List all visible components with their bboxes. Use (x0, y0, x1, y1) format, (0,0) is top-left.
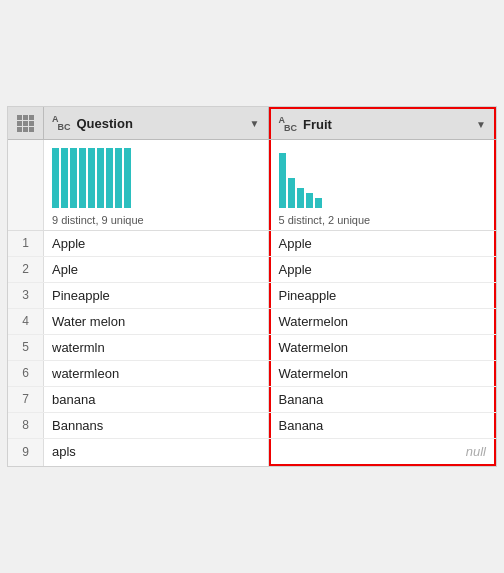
bar (88, 148, 95, 208)
cell-question: watermleon (44, 361, 269, 386)
row-number: 6 (8, 361, 44, 386)
row-number: 7 (8, 387, 44, 412)
bar (61, 148, 68, 208)
data-table: ABC Question ▼ ABC Fruit ▼ (7, 106, 497, 467)
header-row: ABC Question ▼ ABC Fruit ▼ (8, 107, 496, 140)
cell-question: Water melon (44, 309, 269, 334)
cell-question: watermln (44, 335, 269, 360)
histogram-row: 9 distinct, 9 unique 5 distinct, 2 uniqu… (8, 140, 496, 231)
cell-fruit: Pineapple (269, 283, 497, 308)
bar (97, 148, 104, 208)
table-row: 4 Water melon Watermelon (8, 309, 496, 335)
table-row: 9 apls null (8, 439, 496, 466)
cell-fruit: Apple (269, 231, 497, 256)
cell-fruit: Watermelon (269, 361, 497, 386)
bar (315, 198, 322, 208)
bars-question (52, 148, 131, 208)
col-header-fruit[interactable]: ABC Fruit ▼ (269, 107, 497, 139)
table-row: 1 Apple Apple (8, 231, 496, 257)
bars-fruit (279, 148, 322, 208)
row-number: 4 (8, 309, 44, 334)
cell-question: Pineapple (44, 283, 269, 308)
bar (306, 193, 313, 208)
table-row: 3 Pineapple Pineapple (8, 283, 496, 309)
col-header-question[interactable]: ABC Question ▼ (44, 107, 269, 139)
histogram-fruit: 5 distinct, 2 unique (269, 140, 497, 230)
row-number: 8 (8, 413, 44, 438)
cell-fruit: Watermelon (269, 335, 497, 360)
data-rows: 1 Apple Apple 2 Aple Apple 3 Pineapple P… (8, 231, 496, 466)
cell-question: Apple (44, 231, 269, 256)
table-row: 6 watermleon Watermelon (8, 361, 496, 387)
row-number-header (8, 107, 44, 139)
bar (52, 148, 59, 208)
table-row: 8 Bannans Banana (8, 413, 496, 439)
row-number: 5 (8, 335, 44, 360)
row-number: 9 (8, 439, 44, 466)
histogram-question: 9 distinct, 9 unique (44, 140, 269, 230)
col-label-question: Question (77, 116, 133, 131)
row-number: 1 (8, 231, 44, 256)
cell-question: Aple (44, 257, 269, 282)
cell-question: Bannans (44, 413, 269, 438)
cell-fruit: Banana (269, 413, 497, 438)
bar (288, 178, 295, 208)
bar (79, 148, 86, 208)
bar (124, 148, 131, 208)
grid-icon (17, 115, 34, 132)
dropdown-arrow-question[interactable]: ▼ (250, 118, 260, 129)
type-icon-fruit: ABC (279, 115, 298, 133)
row-num-histogram (8, 140, 44, 230)
cell-fruit: Watermelon (269, 309, 497, 334)
bar (115, 148, 122, 208)
col-label-fruit: Fruit (303, 117, 332, 132)
stat-fruit: 5 distinct, 2 unique (279, 214, 371, 226)
dropdown-arrow-fruit[interactable]: ▼ (476, 119, 486, 130)
cell-fruit: Apple (269, 257, 497, 282)
stat-question: 9 distinct, 9 unique (52, 214, 144, 226)
bar (297, 188, 304, 208)
row-number: 2 (8, 257, 44, 282)
cell-fruit: null (269, 439, 497, 466)
cell-fruit: Banana (269, 387, 497, 412)
table-row: 2 Aple Apple (8, 257, 496, 283)
bar (106, 148, 113, 208)
table-row: 7 banana Banana (8, 387, 496, 413)
cell-question: banana (44, 387, 269, 412)
bar (70, 148, 77, 208)
cell-question: apls (44, 439, 269, 466)
row-number: 3 (8, 283, 44, 308)
bar (279, 153, 286, 208)
table-row: 5 watermln Watermelon (8, 335, 496, 361)
type-icon-question: ABC (52, 114, 71, 132)
